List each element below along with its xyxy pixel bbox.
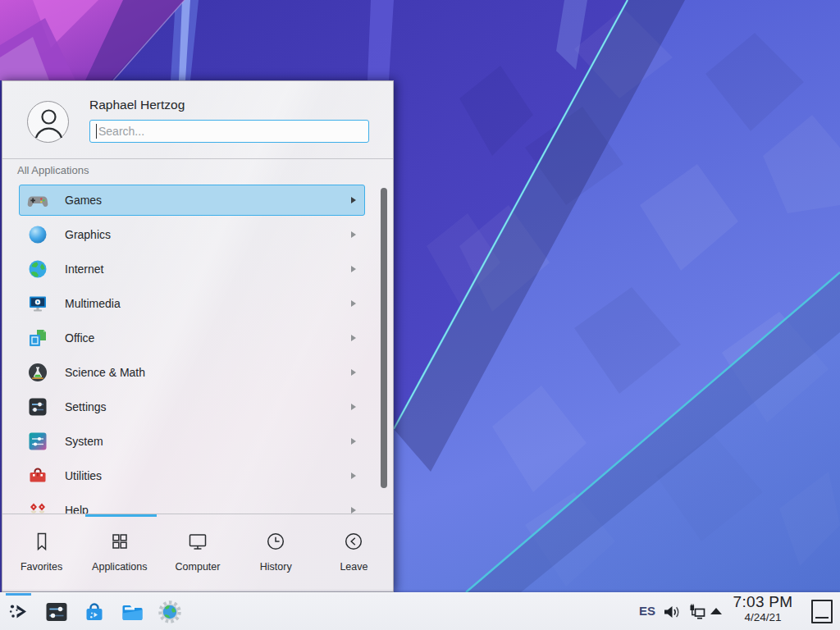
category-label: System [65,435,103,448]
tabbar-separator [2,514,393,514]
tab-leave[interactable]: Leave [315,518,393,592]
submenu-arrow-icon [351,507,356,514]
tab-computer[interactable]: Computer [158,518,236,592]
submenu-arrow-icon [351,472,356,479]
tab-label: Favorites [21,561,62,573]
submenu-arrow-icon [351,231,356,238]
office-icon [27,327,48,349]
section-label: All Applications [17,164,89,176]
category-help[interactable]: Help [19,495,365,514]
applications-grid-icon [108,530,131,553]
category-label: Internet [65,262,103,276]
web-browser-icon [157,599,183,625]
file-manager-icon [119,599,145,625]
discover-software-icon [81,599,107,625]
category-multimedia[interactable]: Multimedia [19,288,365,319]
active-task-indicator [6,593,31,596]
show-desktop-icon[interactable] [811,600,833,623]
submenu-arrow-icon [351,197,356,203]
multimedia-icon [27,293,48,314]
category-label: Science & Math [65,366,145,379]
volume-icon [662,602,682,622]
menu-header: Raphael Hertzog [2,81,393,159]
desktop: Raphael Hertzog All Applications Games [0,0,840,630]
network-icon [687,602,707,622]
system-settings-button[interactable] [43,599,70,625]
help-icon [27,500,48,514]
clock-date: 4/24/21 [730,611,796,624]
system-icon [27,431,48,452]
menu-tab-bar: Favorites Applications C [2,518,393,592]
games-icon [27,189,48,211]
volume-button[interactable] [662,602,682,622]
category-label: Graphics [65,228,111,241]
digital-clock[interactable]: 7:03 PM 4/24/21 [730,593,796,624]
application-launcher-menu: Raphael Hertzog All Applications Games [2,80,394,592]
computer-monitor-icon [186,530,209,553]
taskbar-panel: ES [0,592,840,630]
category-graphics[interactable]: Graphics [19,219,365,250]
keyboard-layout-indicator[interactable]: ES [639,604,655,618]
web-browser-button[interactable] [157,599,183,625]
clock-time: 7:03 PM [730,593,796,611]
category-label: Games [65,194,102,207]
tab-history[interactable]: History [237,518,315,592]
category-office[interactable]: Office [19,322,365,354]
category-label: Help [65,504,89,514]
text-caret [96,124,97,139]
network-button[interactable] [687,602,707,622]
submenu-arrow-icon [351,300,356,307]
submenu-arrow-icon [351,404,356,410]
submenu-arrow-icon [351,266,356,272]
category-system[interactable]: System [19,426,365,457]
application-list: Games Graphics [2,185,393,514]
category-label: Multimedia [65,297,121,310]
graphics-icon [27,224,48,245]
internet-icon [27,258,48,280]
tab-label: Leave [340,561,368,573]
science-math-icon [27,362,48,383]
settings-icon [27,396,48,418]
search-input[interactable] [89,120,369,143]
category-label: Settings [65,400,107,413]
submenu-arrow-icon [351,335,356,341]
submenu-arrow-icon [351,369,356,376]
utilities-icon [27,465,48,486]
category-label: Office [65,331,94,345]
active-tab-indicator [85,514,157,517]
tab-label: History [260,561,292,573]
category-utilities[interactable]: Utilities [19,460,365,491]
user-name: Raphael Hertzog [89,98,185,112]
history-clock-icon [264,530,287,553]
category-label: Utilities [65,469,102,482]
system-settings-icon [43,599,70,625]
tab-applications[interactable]: Applications [80,518,158,592]
favorites-bookmark-icon [30,530,53,553]
tab-favorites[interactable]: Favorites [2,518,80,592]
app-launcher-button[interactable] [7,599,33,625]
submenu-arrow-icon [351,438,356,445]
list-scrollbar[interactable] [381,188,387,488]
file-manager-button[interactable] [119,599,145,625]
person-icon [28,102,70,144]
expand-tray-icon[interactable] [710,608,722,614]
discover-software-button[interactable] [81,599,107,625]
tab-label: Applications [92,561,147,573]
category-internet[interactable]: Internet [19,253,365,285]
tab-label: Computer [176,561,221,573]
category-science-math[interactable]: Science & Math [19,357,365,388]
leave-icon [342,530,365,553]
category-games[interactable]: Games [19,185,365,216]
app-launcher-icon [7,599,33,625]
user-avatar[interactable] [27,101,69,143]
category-settings[interactable]: Settings [19,391,365,422]
